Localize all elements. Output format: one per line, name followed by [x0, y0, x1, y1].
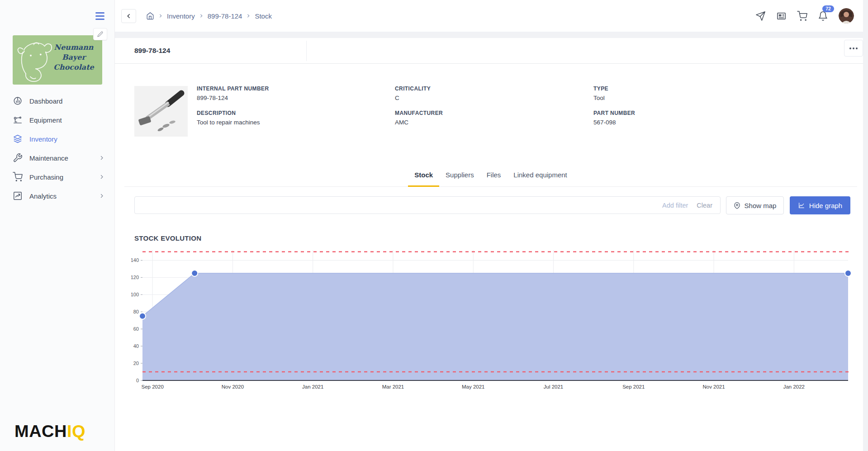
- svg-text:Jul 2021: Jul 2021: [544, 384, 563, 389]
- svg-text:0: 0: [136, 378, 139, 383]
- breadcrumb-separator: [199, 14, 204, 18]
- breadcrumb-separator: [158, 14, 163, 18]
- sidebar-item-analytics[interactable]: Analytics: [0, 186, 114, 205]
- detail-type: TYPE Tool: [593, 85, 756, 101]
- pencil-icon: [97, 31, 103, 37]
- map-pin-icon: [734, 202, 740, 209]
- more-actions-button[interactable]: [844, 40, 863, 57]
- equipment-icon: [13, 115, 23, 125]
- detail-criticality: CRITICALITY C: [395, 85, 558, 101]
- breadcrumb-stock[interactable]: Stock: [255, 12, 272, 20]
- send-icon[interactable]: [755, 11, 766, 21]
- hamburger-menu-icon[interactable]: [95, 12, 104, 20]
- svg-text:Jan 2022: Jan 2022: [783, 384, 805, 389]
- filter-input[interactable]: Add filter Clear: [134, 196, 721, 214]
- topbar: Inventory 899-78-124 Stock 72: [115, 0, 863, 32]
- sidebar-item-dashboard[interactable]: Dashboard: [0, 91, 114, 110]
- content-header: 899-78-124: [115, 38, 863, 64]
- cart-icon: [13, 172, 23, 182]
- breadcrumb-inventory[interactable]: Inventory: [167, 12, 195, 20]
- topbar-icons: 72: [755, 8, 863, 24]
- breadcrumb-separator: [246, 14, 251, 18]
- svg-text:20: 20: [133, 361, 139, 366]
- add-filter-link[interactable]: Add filter: [662, 202, 688, 209]
- machiq-logo: MACHIQ: [14, 422, 85, 441]
- svg-text:120: 120: [131, 275, 139, 280]
- wrench-icon: [13, 153, 23, 163]
- sidebar-menu: Dashboard Equipment Inventory: [0, 91, 114, 205]
- company-logo: Neumann Bayer Chocolate: [13, 35, 102, 85]
- notifications-bell-icon[interactable]: 72: [818, 11, 828, 21]
- back-button[interactable]: [121, 9, 136, 23]
- svg-text:60: 60: [133, 326, 139, 332]
- hide-graph-button[interactable]: Hide graph: [790, 196, 850, 214]
- svg-text:May 2021: May 2021: [462, 384, 485, 389]
- company-name: Neumann Bayer Chocolate: [49, 43, 99, 72]
- detail-internal-part-number: INTERNAL PART NUMBER 899-78-124: [197, 85, 360, 101]
- chart-container: 020406080100120140Sep 2020Nov 2020Jan 20…: [131, 247, 855, 396]
- sidebar-item-purchasing[interactable]: Purchasing: [0, 167, 114, 186]
- clear-filter-link[interactable]: Clear: [697, 202, 712, 209]
- svg-text:40: 40: [133, 343, 139, 349]
- chart-title: STOCK EVOLUTION: [134, 234, 201, 242]
- graph-icon: [798, 202, 805, 209]
- part-image: [134, 86, 188, 137]
- news-icon[interactable]: [776, 11, 787, 21]
- tabs: Stock Suppliers Files Linked equipment: [124, 166, 857, 187]
- detail-manufacturer: MANUFACTURER AMC: [395, 110, 558, 126]
- user-avatar[interactable]: [839, 8, 854, 24]
- svg-text:Sep 2021: Sep 2021: [622, 384, 645, 389]
- page-title: 899-78-124: [134, 47, 170, 55]
- svg-text:Nov 2020: Nov 2020: [222, 384, 244, 389]
- edit-logo-button[interactable]: [93, 28, 107, 40]
- svg-text:80: 80: [133, 309, 139, 314]
- header-divider: [306, 41, 307, 61]
- notification-count-badge: 72: [822, 5, 834, 12]
- home-icon[interactable]: [146, 12, 154, 20]
- breadcrumb: Inventory 899-78-124 Stock: [146, 12, 272, 20]
- chevron-left-icon: [126, 13, 132, 19]
- cart-icon[interactable]: [797, 11, 807, 21]
- tab-suppliers[interactable]: Suppliers: [439, 166, 480, 187]
- svg-text:140: 140: [131, 257, 139, 263]
- sidebar-item-equipment[interactable]: Equipment: [0, 110, 114, 129]
- chevron-right-icon: [99, 193, 104, 199]
- tab-files[interactable]: Files: [480, 166, 508, 187]
- dashboard-icon: [13, 96, 23, 106]
- detail-description: DESCRIPTION Tool to repair machines: [197, 110, 360, 126]
- tab-linked-equipment[interactable]: Linked equipment: [507, 166, 573, 187]
- chevron-right-icon: [99, 174, 104, 180]
- show-map-button[interactable]: Show map: [726, 196, 784, 214]
- main-content: 899-78-124 INTERNAL PART NUMBER 899-78-1…: [115, 38, 863, 451]
- sidebar-item-maintenance[interactable]: Maintenance: [0, 148, 114, 167]
- svg-text:Mar 2021: Mar 2021: [382, 384, 404, 389]
- svg-text:Sep 2020: Sep 2020: [142, 384, 164, 389]
- sidebar: Neumann Bayer Chocolate Dashboard Equip: [0, 0, 115, 451]
- detail-part-number: PART NUMBER 567-098: [593, 110, 756, 126]
- breadcrumb-part-number[interactable]: 899-78-124: [208, 12, 242, 20]
- inventory-layers-icon: [13, 134, 23, 144]
- chevron-right-icon: [99, 155, 104, 161]
- sidebar-item-inventory[interactable]: Inventory: [0, 129, 114, 148]
- stock-evolution-chart: 020406080100120140Sep 2020Nov 2020Jan 20…: [131, 247, 855, 396]
- svg-text:Jan 2021: Jan 2021: [302, 384, 323, 389]
- analytics-chart-icon: [13, 191, 23, 201]
- tab-stock[interactable]: Stock: [408, 166, 439, 187]
- svg-text:100: 100: [131, 292, 139, 297]
- svg-text:Nov 2021: Nov 2021: [702, 384, 725, 389]
